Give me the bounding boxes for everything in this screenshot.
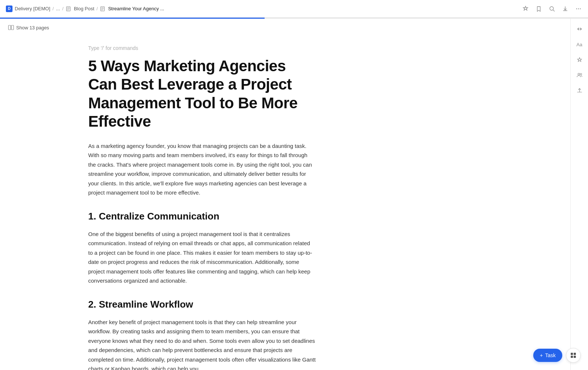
- pages-icon: [8, 25, 14, 30]
- topbar: D Delivery [DEMO] / ... / Blog Post / St…: [0, 0, 588, 18]
- collaborators-icon[interactable]: [575, 71, 584, 80]
- svg-point-8: [550, 7, 553, 10]
- kanban-link[interactable]: Kanban: [111, 366, 130, 370]
- svg-point-12: [580, 8, 581, 9]
- svg-rect-17: [571, 353, 573, 355]
- breadcrumb-app[interactable]: Delivery [DEMO]: [15, 6, 50, 11]
- apps-grid-button[interactable]: [566, 348, 581, 363]
- app-icon: D: [6, 6, 12, 12]
- heading-centralize[interactable]: 1. Centralize Communication: [88, 211, 316, 222]
- paragraph-1-block: One of the biggest benefits of using a p…: [88, 229, 316, 286]
- breadcrumb: D Delivery [DEMO] / ... / Blog Post / St…: [6, 6, 164, 12]
- breadcrumb-current-page[interactable]: Streamline Your Agency ...: [108, 6, 164, 11]
- star-icon[interactable]: [575, 55, 584, 64]
- show-pages-label: Show 13 pages: [16, 25, 49, 30]
- svg-line-9: [553, 10, 555, 11]
- intro-block: + ⠿ As a marketing agency founder, you k…: [88, 141, 316, 197]
- font-settings-icon[interactable]: Aa: [575, 40, 584, 49]
- svg-point-16: [580, 73, 582, 75]
- bookmark-icon[interactable]: [535, 5, 542, 12]
- task-label: Task: [545, 352, 556, 358]
- breadcrumb-ellipsis[interactable]: ...: [56, 6, 60, 11]
- download-icon[interactable]: [562, 5, 569, 12]
- right-toolbar: Aa: [570, 19, 588, 370]
- svg-rect-19: [571, 356, 573, 358]
- command-placeholder: Type '/' for commands: [0, 39, 570, 57]
- sidebar-toggle-bar: Show 13 pages: [0, 19, 588, 36]
- streamline-doc-icon: [100, 6, 105, 11]
- topbar-actions: [522, 5, 582, 12]
- blog-post-doc-icon: [66, 6, 71, 11]
- search-icon[interactable]: [548, 5, 556, 12]
- collapse-icon[interactable]: [575, 25, 584, 33]
- task-button[interactable]: + Task: [533, 349, 562, 362]
- show-pages-button[interactable]: Show 13 pages: [6, 23, 51, 32]
- svg-rect-14: [11, 25, 14, 30]
- svg-rect-20: [574, 356, 576, 358]
- task-plus-icon: +: [540, 352, 543, 358]
- grid-icon: [570, 352, 577, 359]
- breadcrumb-sep-3: /: [97, 6, 98, 11]
- breadcrumb-sep-1: /: [53, 6, 54, 11]
- breadcrumb-sep-2: /: [62, 6, 64, 11]
- share-icon[interactable]: [575, 86, 584, 95]
- content-area[interactable]: Type '/' for commands 5 Ways Marketing A…: [0, 36, 570, 370]
- svg-point-10: [576, 8, 577, 9]
- paragraph-1[interactable]: One of the biggest benefits of using a p…: [88, 229, 316, 286]
- heading-streamline[interactable]: 2. Streamline Workflow: [88, 299, 316, 310]
- bottom-right-actions: + Task: [533, 348, 581, 363]
- more-options-icon[interactable]: [575, 5, 582, 12]
- breadcrumb-blog-post[interactable]: Blog Post: [74, 6, 94, 11]
- document-title[interactable]: 5 Ways Marketing Agencies Can Best Lever…: [88, 57, 316, 131]
- paragraph-2[interactable]: Another key benefit of project managemen…: [88, 318, 316, 370]
- loading-bar: [0, 18, 588, 19]
- svg-rect-18: [574, 353, 576, 355]
- block-drag-handle[interactable]: ⠿: [82, 141, 89, 149]
- intro-paragraph[interactable]: As a marketing agency founder, you know …: [88, 141, 316, 197]
- svg-point-15: [578, 73, 580, 75]
- document-content: 5 Ways Marketing Agencies Can Best Lever…: [0, 57, 404, 370]
- block-add-button[interactable]: +: [74, 141, 81, 149]
- svg-point-11: [578, 8, 579, 9]
- loading-progress: [0, 18, 265, 19]
- svg-rect-13: [8, 25, 11, 30]
- pin-icon[interactable]: [522, 5, 529, 12]
- paragraph-2-block: Another key benefit of project managemen…: [88, 318, 316, 370]
